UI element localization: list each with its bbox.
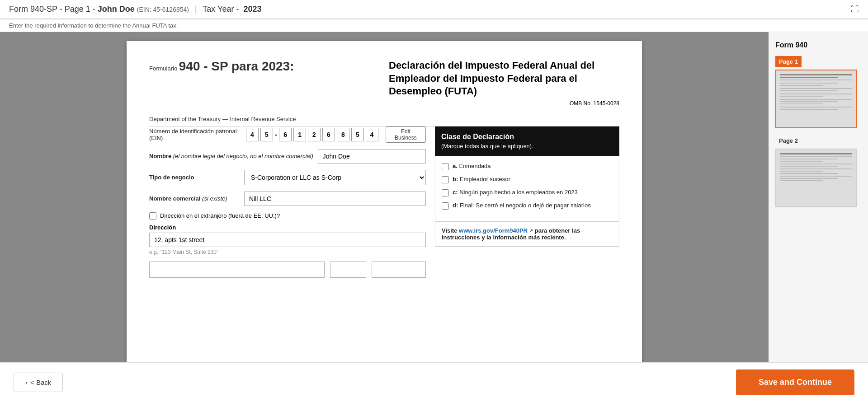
page-1-label: Page 1 xyxy=(775,56,802,67)
option-d-label: d: Final: Se cerró el negocio o dejó de … xyxy=(453,202,591,209)
ein-row: Número de identificación patronal (EIN) … xyxy=(149,126,426,143)
visite-section: Visite www.irs.gov/Form940PR para obtene… xyxy=(435,222,619,247)
address-bottom-row xyxy=(149,262,426,278)
sidebar-right: Form 940 Page 1 xyxy=(769,32,868,362)
save-continue-button[interactable]: Save and Continue xyxy=(736,369,854,395)
form-area: Formulario 940 - SP para 2023: Declaraci… xyxy=(0,32,769,362)
header-tax-year-label: Tax Year - xyxy=(203,5,239,14)
ein-label: Número de identificación patronal (EIN) xyxy=(149,128,241,141)
tipo-negocio-row: Tipo de negocio S-Corporation or LLC as … xyxy=(149,170,426,185)
tipo-negocio-label: Tipo de negocio xyxy=(149,174,240,181)
state-input[interactable] xyxy=(330,262,366,278)
declaration-options: a. Enmendada b: Empleador sucesor c: Nin… xyxy=(435,156,619,222)
checkbox-d[interactable] xyxy=(442,202,449,210)
foreign-address-checkbox[interactable] xyxy=(149,212,156,220)
ein-digit-1: 4 xyxy=(246,128,259,141)
page-2-thumbnail[interactable]: Page 2 xyxy=(775,135,861,207)
checkbox-a[interactable] xyxy=(442,163,449,170)
city-input[interactable] xyxy=(149,262,325,278)
header-title-prefix: Form 940-SP - Page 1 - xyxy=(9,5,98,14)
page-1-image xyxy=(775,70,857,128)
ein-digit-3: 6 xyxy=(279,128,292,141)
checkbox-b[interactable] xyxy=(442,176,449,183)
back-button[interactable]: ‹ < Back xyxy=(14,373,63,392)
header-separator: | xyxy=(195,5,197,14)
main-layout: Formulario 940 - SP para 2023: Declaraci… xyxy=(0,32,868,362)
form-omb: OMB No. 1545-0028 xyxy=(389,100,619,107)
visite-prefix: Visite xyxy=(442,227,459,234)
option-b-label: b: Empleador sucesor xyxy=(453,176,510,182)
nombre-input[interactable] xyxy=(318,149,426,164)
declaration-option-c: c: Ningún pago hecho a los empleados en … xyxy=(442,189,613,196)
nombre-label: Nombre (el nombre legal del negocio, no … xyxy=(149,153,313,159)
ein-digit-2: 5 xyxy=(260,128,273,141)
footer-bar: ‹ < Back Save and Continue xyxy=(0,362,868,402)
ein-dash: - xyxy=(275,131,277,139)
page-2-image xyxy=(775,149,857,207)
form-header-right: Declaración del Impuesto Federal Anual d… xyxy=(380,59,619,107)
declaration-title: Clase de Declaración xyxy=(441,133,613,141)
back-label: < Back xyxy=(30,379,51,386)
foreign-address-label: Dirección en el extranjero (fuera de EE.… xyxy=(160,212,280,219)
nombre-comercial-label: Nombre comercial (si existe) xyxy=(149,195,240,202)
visite-link[interactable]: www.irs.gov/Form940PR xyxy=(459,227,533,234)
checkbox-c[interactable] xyxy=(442,189,449,196)
form-header: Formulario 940 - SP para 2023: Declaraci… xyxy=(149,59,619,107)
sidebar-title: Form 940 xyxy=(775,41,861,49)
ein-digit-4: 1 xyxy=(293,128,306,141)
nombre-comercial-input[interactable] xyxy=(244,192,426,206)
declaration-box: Clase de Declaración (Marque todas las q… xyxy=(435,126,619,156)
ein-digit-7: 8 xyxy=(337,128,349,141)
header-bar: Form 940-SP - Page 1 - John Doe (EIN: 45… xyxy=(0,0,868,19)
page-2-label: Page 2 xyxy=(775,135,802,146)
ein-digit-8: 5 xyxy=(351,128,364,141)
declaration-option-d: d: Final: Se cerró el negocio o dejó de … xyxy=(442,202,613,210)
option-a-label: a. Enmendada xyxy=(453,163,491,169)
form-title: Declaración del Impuesto Federal Anual d… xyxy=(389,59,619,98)
form-number: 940 - SP para 2023: xyxy=(179,59,294,73)
tipo-negocio-select[interactable]: S-Corporation or LLC as S-Corp Sole Prop… xyxy=(244,170,426,185)
declaration-option-a: a. Enmendada xyxy=(442,163,613,170)
department-line: Department of the Treasury — Internal Re… xyxy=(149,116,619,126)
declaration-option-b: b: Empleador sucesor xyxy=(442,176,613,183)
expand-icon[interactable]: ⛶ xyxy=(851,5,859,14)
taxpayer-name: John Doe xyxy=(98,5,135,14)
back-arrow-icon: ‹ xyxy=(25,379,28,386)
form-number-title: Formulario 940 - SP para 2023: xyxy=(149,59,380,74)
header-title: Form 940-SP - Page 1 - John Doe (EIN: 45… xyxy=(9,5,261,14)
direccion-group: Dirección e.g. "123 Main St, Suite 230" xyxy=(149,224,426,255)
form-page: Formulario 940 - SP para 2023: Declaraci… xyxy=(127,41,642,362)
address-hint: e.g. "123 Main St, Suite 230" xyxy=(149,249,426,255)
direccion-input[interactable] xyxy=(149,233,426,247)
zip-input[interactable] xyxy=(372,262,426,278)
nombre-comercial-row: Nombre comercial (si existe) xyxy=(149,192,426,206)
ein-boxes: 4 5 - 6 1 2 6 8 5 4 Edit Business xyxy=(246,126,426,143)
ein-digit-9: 4 xyxy=(366,128,378,141)
foreign-address-row: Dirección en el extranjero (fuera de EE.… xyxy=(149,212,426,220)
page-1-thumbnail[interactable]: Page 1 xyxy=(775,56,861,128)
direccion-label: Dirección xyxy=(149,224,426,231)
ein-digit-6: 6 xyxy=(322,128,335,141)
formulario-label: Formulario xyxy=(149,65,177,72)
form-body: Número de identificación patronal (EIN) … xyxy=(149,126,619,278)
nombre-row: Nombre (el nombre legal del negocio, no … xyxy=(149,149,426,164)
declaration-subtitle: (Marque todas las que le apliquen). xyxy=(441,143,613,150)
form-right: Clase de Declaración (Marque todas las q… xyxy=(435,126,619,278)
header-ein: (EIN: 45-6126854) xyxy=(137,6,189,13)
form-left: Número de identificación patronal (EIN) … xyxy=(149,126,426,278)
form-header-left: Formulario 940 - SP para 2023: xyxy=(149,59,380,74)
header-subtitle: Enter the required information to determ… xyxy=(0,19,868,32)
header-tax-year: 2023 xyxy=(243,5,261,14)
edit-business-button[interactable]: Edit Business xyxy=(386,126,426,143)
option-c-label: c: Ningún pago hecho a los empleados en … xyxy=(453,189,578,196)
ein-digit-5: 2 xyxy=(308,128,321,141)
